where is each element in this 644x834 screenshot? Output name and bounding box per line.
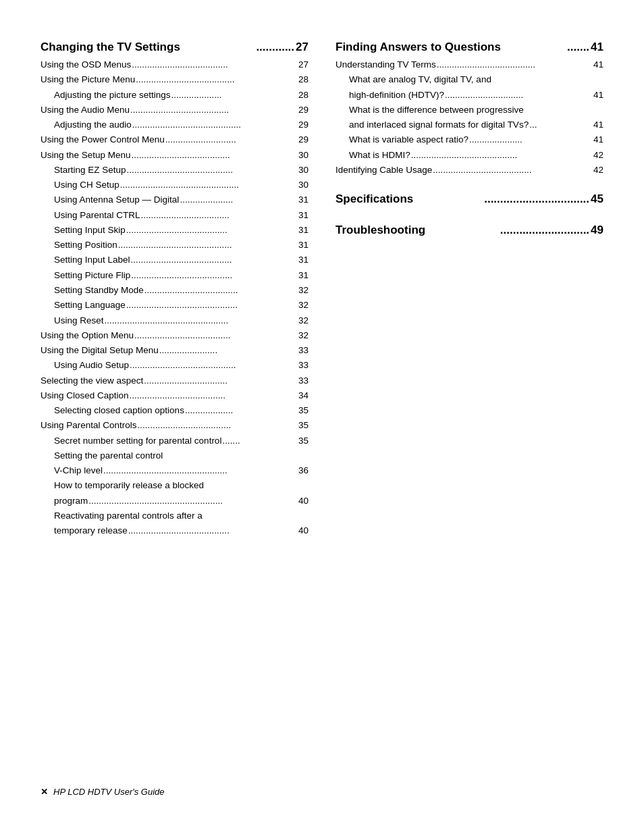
toc-label-antenna: Using Antenna Setup — Digital xyxy=(54,192,179,207)
toc-dots-position: ........................................… xyxy=(117,238,298,253)
toc-page-antenna: 31 xyxy=(298,192,308,207)
toc-page-digital-setup: 33 xyxy=(298,343,308,358)
toc-page-power: 29 xyxy=(298,132,308,147)
toc-page-adjust-audio: 29 xyxy=(298,118,308,132)
spacer-2 xyxy=(336,209,603,224)
toc-dots-ch-setup: ........................................… xyxy=(119,178,298,192)
toc-page-ch-setup: 30 xyxy=(298,178,308,192)
toc-label-reactivating-line2: temporary release ......................… xyxy=(54,523,308,538)
toc-label-vchip-line2: V-Chip level ...........................… xyxy=(54,463,308,478)
toc-label-input-skip: Setting Input Skip xyxy=(54,223,126,238)
toc-label-audio-setup: Using Audio Setup xyxy=(54,358,129,373)
toc-label-aspect-ratio: What is variable aspect ratio? xyxy=(349,132,468,147)
toc-label-position: Setting Position xyxy=(54,238,117,253)
toc-dots-view-aspect: ................................. xyxy=(143,373,298,388)
toc-entry-vchip: Setting the parental control V-Chip leve… xyxy=(41,448,308,479)
toc-entry-standby: Setting Standby Mode ...................… xyxy=(41,283,308,298)
toc-dots-osd: ...................................... xyxy=(131,57,298,72)
toc-page-aspect-ratio: 41 xyxy=(593,132,603,147)
toc-entry-closed-caption: Using Closed Caption ...................… xyxy=(41,388,308,403)
toc-dots-antenna: ..................... xyxy=(179,192,298,207)
toc-page-standby: 32 xyxy=(298,283,308,298)
toc-entry-temp-release: How to temporarily release a blocked pro… xyxy=(41,478,308,509)
toc-entry-audio-setup: Using Audio Setup ......................… xyxy=(41,358,308,373)
toc-dots-audio-setup: ........................................… xyxy=(129,358,298,373)
toc-entry-input-skip: Setting Input Skip .....................… xyxy=(41,223,308,238)
toc-entry-power: Using the Power Control Menu ...........… xyxy=(41,132,308,147)
toc-entry-aspect-ratio: What is variable aspect ratio? .........… xyxy=(336,132,603,147)
toc-dots-reset: ........................................… xyxy=(104,313,298,328)
toc-label-setup: Using the Setup Menu xyxy=(41,148,131,163)
toc-entry-cc-options: Selecting closed caption options .......… xyxy=(41,403,308,418)
section-title-troubleshooting-page: 49 xyxy=(591,224,603,237)
toc-dots-secret-number: ....... xyxy=(221,434,298,448)
toc-label-vchip-line1: Setting the parental control xyxy=(54,448,308,463)
toc-entry-cable-usage: Identifying Cable Usage ................… xyxy=(336,163,603,178)
toc-left: Using the OSD Menus ....................… xyxy=(41,57,308,539)
toc-label-analog-line2: high-definition (HDTV)? ................… xyxy=(349,88,603,103)
toc-entry-parental-ctrl: Using Parental CTRL ....................… xyxy=(41,208,308,223)
section-title-specifications-dots: ................................. xyxy=(484,192,589,206)
toc-label-osd: Using the OSD Menus xyxy=(41,57,131,72)
toc-label-view-aspect: Selecting the view aspect xyxy=(41,373,143,388)
page-content: Changing the TV Settings ............ 27… xyxy=(41,41,603,539)
toc-entry-analog-tv: What are analog TV, digital TV, and high… xyxy=(336,72,603,103)
section-title-specifications: Specifications xyxy=(336,192,413,206)
section-title-finding-dots: ....... xyxy=(567,41,589,54)
toc-page-reset: 32 xyxy=(298,313,308,328)
toc-label-power: Using the Power Control Menu xyxy=(41,132,165,147)
section-title-finding: Finding Answers to Questions xyxy=(336,41,501,54)
toc-label-cable-usage: Identifying Cable Usage xyxy=(336,163,432,178)
toc-dots-adjust-audio: ........................................… xyxy=(132,118,298,132)
toc-dots-input-skip: ........................................ xyxy=(126,223,298,238)
section-title-troubleshooting: Troubleshooting xyxy=(336,224,425,237)
toc-label-picture: Using the Picture Menu xyxy=(41,72,135,87)
toc-entry-digital-setup: Using the Digital Setup Menu ...........… xyxy=(41,343,308,358)
toc-page-audio-setup: 33 xyxy=(298,358,308,373)
toc-dots-input-label: ........................................ xyxy=(130,253,298,267)
toc-page-audio: 29 xyxy=(298,103,308,118)
toc-entry-adjust-audio: Adjusting the audio ....................… xyxy=(41,118,308,132)
toc-page-adjust-picture: 28 xyxy=(298,88,308,103)
toc-label-language: Setting Language xyxy=(54,298,126,313)
toc-label-standby: Setting Standby Mode xyxy=(54,283,144,298)
footer-text: HP LCD HDTV User's Guide xyxy=(53,787,165,797)
toc-entry-antenna: Using Antenna Setup — Digital ..........… xyxy=(41,192,308,207)
toc-page-position: 31 xyxy=(298,238,308,253)
toc-label-parental-ctrl: Using Parental CTRL xyxy=(54,208,140,223)
toc-entry-picture-flip: Setting Picture Flip ...................… xyxy=(41,268,308,283)
toc-entry-ez-setup: Starting EZ Setup ......................… xyxy=(41,163,308,178)
toc-page-parental-controls: 35 xyxy=(298,418,308,433)
toc-entry-secret-number: Secret number setting for parental contr… xyxy=(41,434,308,448)
toc-label-temp-release-line1: How to temporarily release a blocked xyxy=(54,478,308,493)
toc-entry-option: Using the Option Menu ..................… xyxy=(41,328,308,343)
toc-entry-tv-terms: Understanding TV Terms .................… xyxy=(336,57,603,72)
toc-dots-audio: ....................................... xyxy=(130,103,298,118)
toc-dots-tv-terms: ....................................... xyxy=(436,57,593,72)
toc-label-parental-controls: Using Parental Controls xyxy=(41,418,137,433)
toc-label-ez-setup: Starting EZ Setup xyxy=(54,163,126,178)
toc-label-input-label: Setting Input Label xyxy=(54,253,130,267)
toc-page-parental-ctrl: 31 xyxy=(298,208,308,223)
toc-entry-reactivating: Reactivating parental controls after a t… xyxy=(41,509,308,539)
toc-label-ch-setup: Using CH Setup xyxy=(54,178,119,192)
section-title-changing: Changing the TV Settings xyxy=(41,41,180,54)
toc-page-option: 32 xyxy=(298,328,308,343)
toc-entry-adjust-picture: Adjusting the picture settings .........… xyxy=(41,88,308,103)
toc-label-reset: Using Reset xyxy=(54,313,104,328)
toc-dots-cc-options: ................... xyxy=(184,403,298,418)
toc-entry-picture: Using the Picture Menu .................… xyxy=(41,72,308,87)
toc-label-progressive-line2: and interlaced signal formats for digita… xyxy=(349,118,603,132)
toc-dots-parental-controls: ..................................... xyxy=(137,418,298,433)
toc-label-cc-options: Selecting closed caption options xyxy=(54,403,184,418)
toc-dots-standby: ..................................... xyxy=(144,283,298,298)
toc-entry-audio: Using the Audio Menu ...................… xyxy=(41,103,308,118)
spacer-1 xyxy=(336,178,603,192)
toc-entry-hdmi: What is HDMI? ..........................… xyxy=(336,148,603,163)
toc-page-cc-options: 35 xyxy=(298,403,308,418)
toc-page-view-aspect: 33 xyxy=(298,373,308,388)
section-heading-troubleshooting: Troubleshooting ........................… xyxy=(336,224,603,237)
toc-dots-option: ...................................... xyxy=(134,328,298,343)
toc-page-ez-setup: 30 xyxy=(298,163,308,178)
toc-entry-view-aspect: Selecting the view aspect ..............… xyxy=(41,373,308,388)
